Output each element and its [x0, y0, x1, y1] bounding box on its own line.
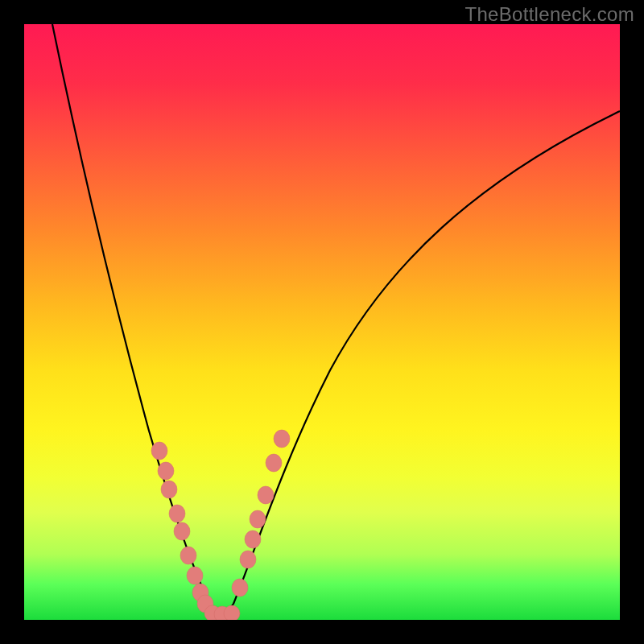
svg-point-14	[245, 530, 261, 548]
svg-point-6	[187, 567, 203, 584]
svg-point-17	[266, 454, 282, 472]
svg-point-2	[161, 481, 177, 498]
curve-markers	[151, 430, 290, 620]
svg-point-16	[258, 486, 274, 504]
svg-point-0	[151, 442, 167, 460]
svg-point-5	[180, 547, 196, 564]
svg-point-3	[169, 505, 185, 522]
watermark-text: TheBottleneck.com	[464, 3, 634, 26]
svg-point-1	[158, 462, 174, 480]
svg-point-15	[250, 510, 266, 528]
chart-plot-area	[24, 24, 620, 620]
svg-point-4	[174, 522, 190, 540]
svg-point-13	[240, 551, 256, 568]
svg-point-12	[232, 579, 248, 597]
bottleneck-curve	[52, 24, 620, 613]
svg-point-18	[274, 430, 290, 448]
chart-frame: TheBottleneck.com	[0, 0, 644, 644]
svg-point-11	[224, 605, 240, 620]
chart-overlay	[24, 24, 620, 620]
